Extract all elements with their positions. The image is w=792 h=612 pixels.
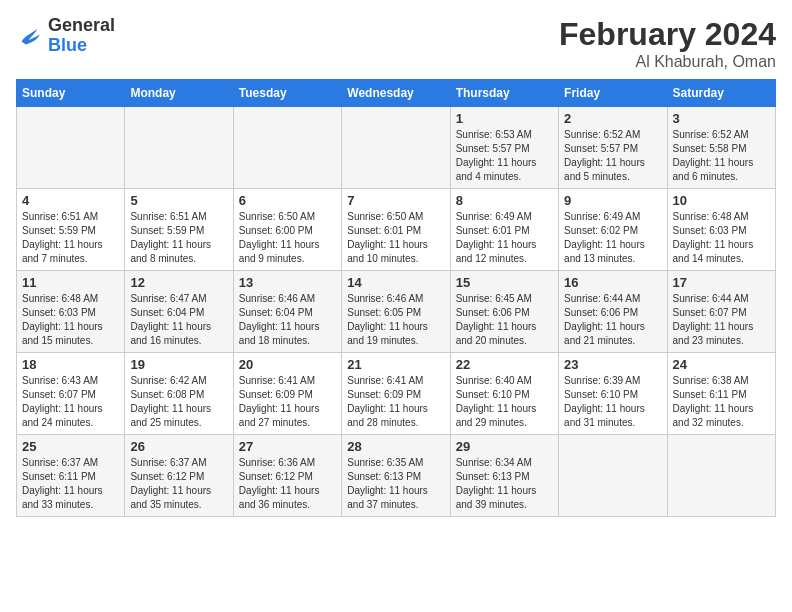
day-info: Sunrise: 6:38 AM Sunset: 6:11 PM Dayligh… — [673, 374, 770, 430]
day-number: 4 — [22, 193, 119, 208]
calendar-cell: 16Sunrise: 6:44 AM Sunset: 6:06 PM Dayli… — [559, 271, 667, 353]
day-info: Sunrise: 6:37 AM Sunset: 6:11 PM Dayligh… — [22, 456, 119, 512]
day-info: Sunrise: 6:50 AM Sunset: 6:00 PM Dayligh… — [239, 210, 336, 266]
day-info: Sunrise: 6:37 AM Sunset: 6:12 PM Dayligh… — [130, 456, 227, 512]
calendar-cell: 15Sunrise: 6:45 AM Sunset: 6:06 PM Dayli… — [450, 271, 558, 353]
day-info: Sunrise: 6:41 AM Sunset: 6:09 PM Dayligh… — [347, 374, 444, 430]
week-row-2: 4Sunrise: 6:51 AM Sunset: 5:59 PM Daylig… — [17, 189, 776, 271]
calendar-cell: 18Sunrise: 6:43 AM Sunset: 6:07 PM Dayli… — [17, 353, 125, 435]
day-number: 20 — [239, 357, 336, 372]
calendar-cell: 20Sunrise: 6:41 AM Sunset: 6:09 PM Dayli… — [233, 353, 341, 435]
day-info: Sunrise: 6:46 AM Sunset: 6:04 PM Dayligh… — [239, 292, 336, 348]
calendar-cell: 5Sunrise: 6:51 AM Sunset: 5:59 PM Daylig… — [125, 189, 233, 271]
header-row: SundayMondayTuesdayWednesdayThursdayFrid… — [17, 80, 776, 107]
day-number: 23 — [564, 357, 661, 372]
day-info: Sunrise: 6:49 AM Sunset: 6:02 PM Dayligh… — [564, 210, 661, 266]
logo-icon — [16, 22, 44, 50]
calendar-cell: 12Sunrise: 6:47 AM Sunset: 6:04 PM Dayli… — [125, 271, 233, 353]
calendar-cell: 21Sunrise: 6:41 AM Sunset: 6:09 PM Dayli… — [342, 353, 450, 435]
day-info: Sunrise: 6:34 AM Sunset: 6:13 PM Dayligh… — [456, 456, 553, 512]
page-header: GeneralBlue February 2024 Al Khaburah, O… — [16, 16, 776, 71]
calendar-cell: 26Sunrise: 6:37 AM Sunset: 6:12 PM Dayli… — [125, 435, 233, 517]
day-number: 9 — [564, 193, 661, 208]
col-header-saturday: Saturday — [667, 80, 775, 107]
day-info: Sunrise: 6:53 AM Sunset: 5:57 PM Dayligh… — [456, 128, 553, 184]
day-number: 24 — [673, 357, 770, 372]
calendar-cell: 17Sunrise: 6:44 AM Sunset: 6:07 PM Dayli… — [667, 271, 775, 353]
day-number: 29 — [456, 439, 553, 454]
calendar-cell: 8Sunrise: 6:49 AM Sunset: 6:01 PM Daylig… — [450, 189, 558, 271]
calendar-cell: 6Sunrise: 6:50 AM Sunset: 6:00 PM Daylig… — [233, 189, 341, 271]
day-info: Sunrise: 6:48 AM Sunset: 6:03 PM Dayligh… — [673, 210, 770, 266]
calendar-cell — [342, 107, 450, 189]
day-number: 8 — [456, 193, 553, 208]
col-header-tuesday: Tuesday — [233, 80, 341, 107]
day-number: 25 — [22, 439, 119, 454]
day-info: Sunrise: 6:45 AM Sunset: 6:06 PM Dayligh… — [456, 292, 553, 348]
calendar-cell: 13Sunrise: 6:46 AM Sunset: 6:04 PM Dayli… — [233, 271, 341, 353]
col-header-thursday: Thursday — [450, 80, 558, 107]
calendar-cell — [125, 107, 233, 189]
day-info: Sunrise: 6:35 AM Sunset: 6:13 PM Dayligh… — [347, 456, 444, 512]
calendar-cell: 14Sunrise: 6:46 AM Sunset: 6:05 PM Dayli… — [342, 271, 450, 353]
col-header-wednesday: Wednesday — [342, 80, 450, 107]
location-title: Al Khaburah, Oman — [559, 53, 776, 71]
calendar-cell: 2Sunrise: 6:52 AM Sunset: 5:57 PM Daylig… — [559, 107, 667, 189]
day-info: Sunrise: 6:52 AM Sunset: 5:57 PM Dayligh… — [564, 128, 661, 184]
day-number: 3 — [673, 111, 770, 126]
calendar-cell: 9Sunrise: 6:49 AM Sunset: 6:02 PM Daylig… — [559, 189, 667, 271]
title-block: February 2024 Al Khaburah, Oman — [559, 16, 776, 71]
month-title: February 2024 — [559, 16, 776, 53]
calendar-cell: 11Sunrise: 6:48 AM Sunset: 6:03 PM Dayli… — [17, 271, 125, 353]
col-header-monday: Monday — [125, 80, 233, 107]
calendar-cell: 27Sunrise: 6:36 AM Sunset: 6:12 PM Dayli… — [233, 435, 341, 517]
day-info: Sunrise: 6:51 AM Sunset: 5:59 PM Dayligh… — [130, 210, 227, 266]
calendar-cell: 28Sunrise: 6:35 AM Sunset: 6:13 PM Dayli… — [342, 435, 450, 517]
day-info: Sunrise: 6:47 AM Sunset: 6:04 PM Dayligh… — [130, 292, 227, 348]
calendar-cell: 4Sunrise: 6:51 AM Sunset: 5:59 PM Daylig… — [17, 189, 125, 271]
day-info: Sunrise: 6:46 AM Sunset: 6:05 PM Dayligh… — [347, 292, 444, 348]
day-info: Sunrise: 6:36 AM Sunset: 6:12 PM Dayligh… — [239, 456, 336, 512]
day-number: 14 — [347, 275, 444, 290]
week-row-3: 11Sunrise: 6:48 AM Sunset: 6:03 PM Dayli… — [17, 271, 776, 353]
calendar-cell: 3Sunrise: 6:52 AM Sunset: 5:58 PM Daylig… — [667, 107, 775, 189]
day-number: 7 — [347, 193, 444, 208]
col-header-sunday: Sunday — [17, 80, 125, 107]
day-info: Sunrise: 6:44 AM Sunset: 6:07 PM Dayligh… — [673, 292, 770, 348]
day-info: Sunrise: 6:52 AM Sunset: 5:58 PM Dayligh… — [673, 128, 770, 184]
day-info: Sunrise: 6:41 AM Sunset: 6:09 PM Dayligh… — [239, 374, 336, 430]
calendar-cell: 24Sunrise: 6:38 AM Sunset: 6:11 PM Dayli… — [667, 353, 775, 435]
week-row-1: 1Sunrise: 6:53 AM Sunset: 5:57 PM Daylig… — [17, 107, 776, 189]
col-header-friday: Friday — [559, 80, 667, 107]
calendar-cell — [667, 435, 775, 517]
day-number: 6 — [239, 193, 336, 208]
day-info: Sunrise: 6:43 AM Sunset: 6:07 PM Dayligh… — [22, 374, 119, 430]
day-info: Sunrise: 6:48 AM Sunset: 6:03 PM Dayligh… — [22, 292, 119, 348]
calendar-cell: 19Sunrise: 6:42 AM Sunset: 6:08 PM Dayli… — [125, 353, 233, 435]
day-number: 11 — [22, 275, 119, 290]
day-number: 19 — [130, 357, 227, 372]
calendar-cell: 23Sunrise: 6:39 AM Sunset: 6:10 PM Dayli… — [559, 353, 667, 435]
day-number: 5 — [130, 193, 227, 208]
day-number: 28 — [347, 439, 444, 454]
logo-text: GeneralBlue — [48, 16, 115, 56]
day-number: 26 — [130, 439, 227, 454]
day-number: 15 — [456, 275, 553, 290]
day-info: Sunrise: 6:51 AM Sunset: 5:59 PM Dayligh… — [22, 210, 119, 266]
day-info: Sunrise: 6:39 AM Sunset: 6:10 PM Dayligh… — [564, 374, 661, 430]
day-number: 2 — [564, 111, 661, 126]
day-number: 16 — [564, 275, 661, 290]
day-number: 21 — [347, 357, 444, 372]
calendar-cell: 1Sunrise: 6:53 AM Sunset: 5:57 PM Daylig… — [450, 107, 558, 189]
day-number: 17 — [673, 275, 770, 290]
day-info: Sunrise: 6:42 AM Sunset: 6:08 PM Dayligh… — [130, 374, 227, 430]
logo: GeneralBlue — [16, 16, 115, 56]
day-info: Sunrise: 6:50 AM Sunset: 6:01 PM Dayligh… — [347, 210, 444, 266]
day-number: 18 — [22, 357, 119, 372]
day-number: 12 — [130, 275, 227, 290]
day-number: 10 — [673, 193, 770, 208]
week-row-4: 18Sunrise: 6:43 AM Sunset: 6:07 PM Dayli… — [17, 353, 776, 435]
calendar-cell: 22Sunrise: 6:40 AM Sunset: 6:10 PM Dayli… — [450, 353, 558, 435]
day-info: Sunrise: 6:49 AM Sunset: 6:01 PM Dayligh… — [456, 210, 553, 266]
calendar-table: SundayMondayTuesdayWednesdayThursdayFrid… — [16, 79, 776, 517]
